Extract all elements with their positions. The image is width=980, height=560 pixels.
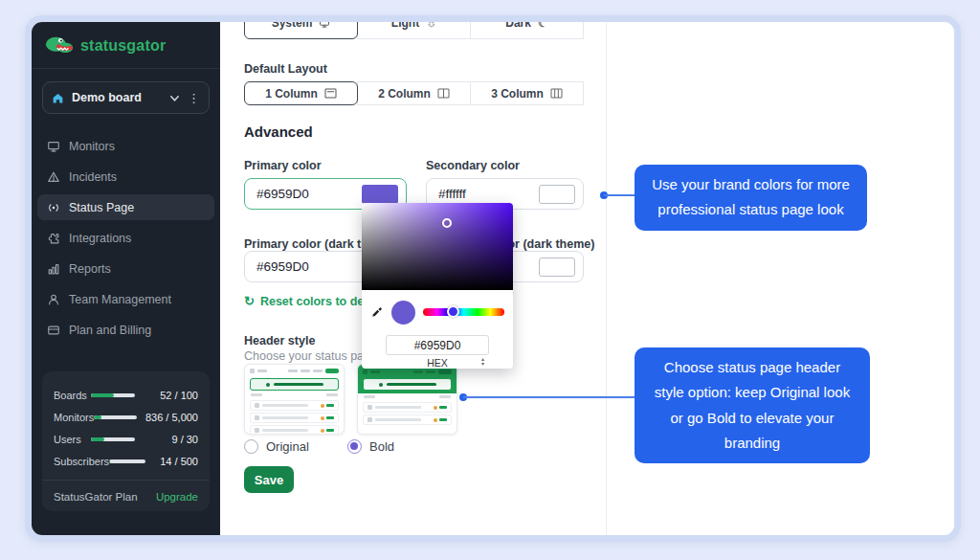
board-selector[interactable]: Demo board ⋮ [42,81,210,114]
header-style-label: Header style [244,334,315,347]
puzzle-icon [47,232,60,245]
sidebar-item-label: Status Page [69,201,134,214]
upgrade-link[interactable]: Upgrade [156,491,198,503]
saturation-area[interactable] [362,203,513,290]
kebab-menu-icon[interactable]: ⋮ [188,91,200,105]
theme-option-label: Light [391,22,419,30]
three-column-icon [550,88,563,99]
secondary-color-label: Secondary color [426,159,520,172]
usage-value: 9 / 30 [143,434,198,445]
usage-row-monitors: Monitors 836 / 5,000 [54,406,198,428]
hue-slider[interactable] [423,308,504,316]
secondary-color-dark-swatch[interactable] [539,258,575,277]
primary-color-label: Primary color [244,159,322,172]
usage-progress-bar [91,437,135,441]
connector-line-1 [604,194,635,196]
radio-bold[interactable] [347,439,362,454]
two-column-icon [437,88,450,99]
usage-label: Users [54,434,91,445]
theme-option-dark[interactable]: Dark ☾ [470,22,584,39]
format-select[interactable]: HEX ▴▾ [362,357,513,369]
sidebar-divider [32,68,220,69]
warning-triangle-icon [47,170,60,184]
usage-value: 52 / 100 [143,390,198,401]
layout-option-1-column[interactable]: 1 Column [244,81,358,105]
hue-slider-thumb[interactable] [447,305,459,318]
usage-progress-bar [109,459,145,463]
home-icon [52,92,64,104]
radio-original-label: Original [266,439,309,454]
reset-icon: ↻ [244,294,255,308]
usage-card: Boards 52 / 100 Monitors 836 / 5,000 Use… [42,371,210,511]
color-picker-popup: #6959D0 HEX ▴▾ [362,203,513,369]
primary-color-swatch[interactable] [362,185,398,204]
usage-label: Monitors [54,412,94,423]
eyedropper-icon[interactable] [370,305,384,319]
layout-option-label: 3 Column [491,87,544,101]
secondary-color-value: #ffffff [438,187,539,201]
current-color-swatch [391,301,415,325]
header-style-original-option[interactable]: Original [244,439,309,454]
secondary-color-swatch[interactable] [539,185,575,204]
brand-colors-callout: Use your brand colors for moreprofession… [635,165,867,231]
settings-content: System Light ☼ Dark ☾ Default Layout 1 C… [220,22,954,535]
board-name: Demo board [72,91,162,104]
updown-arrows-icon: ▴▾ [481,357,484,367]
sidebar-item-incidents[interactable]: Incidents [37,164,214,190]
usage-value: 836 / 5,000 [145,412,198,423]
usage-label: Boards [54,390,91,401]
advanced-heading: Advanced [244,123,313,140]
sidebar-item-reports[interactable]: Reports [37,256,214,281]
gator-logo-icon [45,34,74,57]
sidebar-item-integrations[interactable]: Integrations [37,225,214,251]
bold-preview[interactable] [357,364,457,435]
layout-option-label: 1 Column [265,87,318,101]
sidebar-item-status-page[interactable]: Status Page [37,194,214,220]
default-layout-label: Default Layout [244,62,327,76]
radio-bold-label: Bold [369,439,394,454]
broadcast-icon [47,201,60,214]
monitor-icon [47,140,60,153]
usage-value: 14 / 500 [153,456,198,467]
format-label: HEX [427,357,448,369]
saturation-marker[interactable] [442,218,452,228]
credit-card-icon [47,324,60,337]
theme-option-label: System [272,22,313,30]
hex-value-input[interactable]: #6959D0 [386,335,489,355]
theme-option-label: Dark [505,22,531,30]
theme-option-system[interactable]: System [244,22,358,39]
header-style-callout: Choose status page headerstyle option: k… [635,347,870,463]
layout-segmented-control: 1 Column 2 Column 3 Column [244,81,584,105]
sidebar-item-label: Team Management [69,293,171,306]
connector-line-2 [463,396,635,398]
sun-icon: ☼ [426,22,436,30]
logo: statusgator [45,30,166,62]
sidebar-item-label: Reports [69,262,111,276]
app-window: statusgator Demo board ⋮ Monitors Incide… [25,15,961,542]
sidebar-item-monitors[interactable]: Monitors [37,133,214,159]
sidebar-item-label: Incidents [69,170,117,184]
chevron-down-icon[interactable] [169,93,180,103]
header-style-bold-option[interactable]: Bold [347,439,394,454]
usage-label: Subscribers [54,456,109,467]
layout-option-label: 2 Column [378,87,431,101]
sidebar-item-label: Monitors [69,140,115,153]
usage-row-users: Users 9 / 30 [54,428,198,450]
sidebar-item-plan-and-billing[interactable]: Plan and Billing [37,317,214,343]
save-button[interactable]: Save [244,466,294,493]
person-icon [47,293,60,306]
original-preview[interactable] [244,364,345,435]
theme-option-light[interactable]: Light ☼ [357,22,471,39]
plan-label: StatusGator Plan [54,491,156,503]
usage-row-boards: Boards 52 / 100 [54,384,198,406]
sidebar: statusgator Demo board ⋮ Monitors Incide… [32,22,220,535]
one-column-icon [324,88,337,99]
layout-option-2-column[interactable]: 2 Column [357,81,471,105]
layout-option-3-column[interactable]: 3 Column [470,81,584,105]
plan-row: StatusGator Plan Upgrade [54,481,198,513]
sidebar-item-team-management[interactable]: Team Management [37,286,214,312]
usage-row-subscribers: Subscribers 14 / 500 [54,450,198,472]
sidebar-item-label: Integrations [69,232,131,245]
radio-original[interactable] [244,439,258,454]
moon-icon: ☾ [538,22,548,30]
